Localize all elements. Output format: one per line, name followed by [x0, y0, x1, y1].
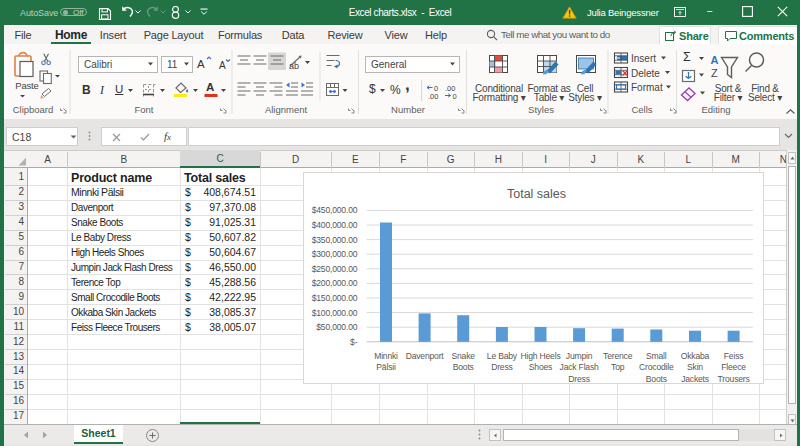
svg-text:Shoes: Shoes — [529, 362, 552, 372]
svg-text:Z: Z — [711, 67, 718, 79]
svg-text:Snake: Snake — [452, 351, 476, 361]
svg-text:High Heels: High Heels — [520, 351, 560, 361]
svg-text:Jackets: Jackets — [681, 374, 709, 383]
svg-text:$50,000.00: $50,000.00 — [316, 322, 357, 332]
svg-text:$350,000.00: $350,000.00 — [312, 235, 358, 245]
svg-text:$100,000.00: $100,000.00 — [312, 308, 358, 318]
svg-text:Total sales: Total sales — [507, 187, 566, 201]
svg-text:Okkaba: Okkaba — [681, 351, 710, 361]
svg-text:.00: .00 — [428, 92, 438, 101]
svg-text:$150,000.00: $150,000.00 — [312, 293, 358, 303]
svg-text:Small: Small — [646, 351, 667, 361]
svg-text:0: 0 — [453, 92, 457, 101]
svg-text:Pälsii: Pälsii — [376, 362, 396, 372]
svg-text:Jack Flash: Jack Flash — [560, 362, 599, 372]
svg-text:Terence: Terence — [603, 351, 633, 361]
svg-text:Trousers: Trousers — [718, 374, 750, 383]
svg-text:$-: $- — [350, 337, 358, 347]
svg-text:Boots: Boots — [453, 362, 474, 372]
svg-text:Fleece: Fleece — [721, 362, 746, 372]
svg-text:$200,000.00: $200,000.00 — [312, 278, 358, 288]
svg-text:Dress: Dress — [491, 362, 512, 372]
svg-text:Davenport: Davenport — [406, 351, 445, 361]
svg-text:A: A — [711, 54, 719, 66]
svg-text:$300,000.00: $300,000.00 — [312, 249, 358, 259]
svg-text:Boots: Boots — [646, 374, 667, 383]
svg-text:Feiss: Feiss — [724, 351, 744, 361]
svg-text:Top: Top — [611, 362, 625, 372]
svg-text:Skin: Skin — [687, 362, 703, 372]
svg-text:Dress: Dress — [568, 374, 589, 383]
svg-text:$450,000.00: $450,000.00 — [312, 205, 358, 215]
svg-text:Jumpin: Jumpin — [566, 351, 593, 361]
svg-text:$400,000.00: $400,000.00 — [312, 220, 358, 230]
svg-text:ab: ab — [289, 61, 299, 71]
svg-text:$250,000.00: $250,000.00 — [312, 264, 358, 274]
svg-text:Crocodile: Crocodile — [639, 362, 674, 372]
svg-text:Le Baby: Le Baby — [487, 351, 518, 361]
svg-text:Minnki: Minnki — [374, 351, 398, 361]
